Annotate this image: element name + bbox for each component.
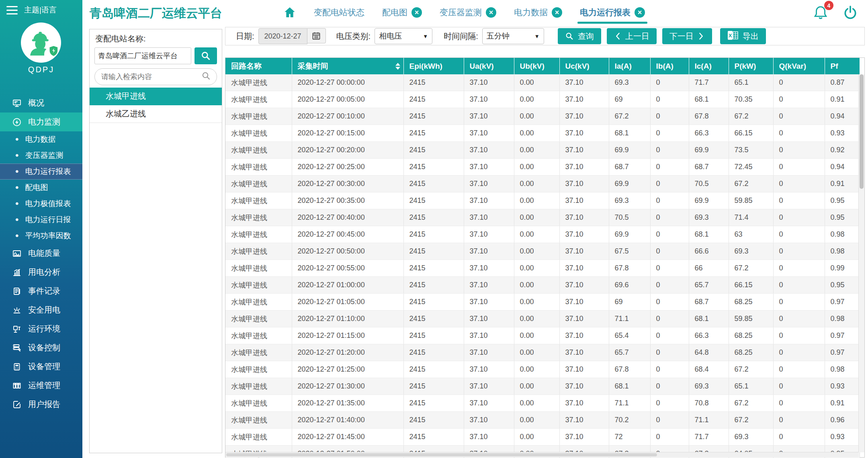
notification-bell-icon[interactable]: 4 <box>813 4 829 22</box>
column-header: Ic(A) <box>689 58 729 74</box>
voltage-type-label: 电压类别: <box>336 31 371 42</box>
table-row[interactable]: 水城甲进线2020-12-27 00:10:00241537.100.0037.… <box>225 108 860 125</box>
sidebar-item[interactable]: 设备管理 <box>0 357 82 376</box>
circuit-item[interactable]: 水城甲进线 <box>90 88 222 105</box>
query-button[interactable]: 查询 <box>558 28 601 44</box>
tab-close-icon[interactable]: × <box>411 7 422 18</box>
report-table: 回路名称采集时间Epi(kWh)Ua(kV)Ub(kV)Uc(kV)Ia(A)I… <box>225 58 860 458</box>
sidebar-item[interactable]: 运行环境 <box>0 319 82 338</box>
table-row[interactable]: 水城甲进线2020-12-27 00:15:00241537.100.0037.… <box>225 125 860 142</box>
sidebar-subitem-label: 电力运行日报 <box>25 215 71 225</box>
sidebar-item[interactable]: 事件记录 <box>0 282 82 301</box>
column-header[interactable]: 采集时间 <box>292 58 403 74</box>
sidebar-item[interactable]: 用电分析 <box>0 263 82 282</box>
sidebar-item[interactable]: 概况 <box>0 94 82 112</box>
table-row[interactable]: 水城甲进线2020-12-27 00:20:00241537.100.0037.… <box>225 142 860 159</box>
sidebar-subitem[interactable]: •电力数据 <box>0 131 82 147</box>
table-row[interactable]: 水城甲进线2020-12-27 00:25:00241537.100.0037.… <box>225 159 860 176</box>
tab-close-icon[interactable]: × <box>486 7 496 18</box>
bullet-icon: • <box>15 199 18 209</box>
sort-icon[interactable] <box>395 63 400 70</box>
home-icon[interactable] <box>283 6 296 19</box>
doc-icon <box>12 286 22 296</box>
table-row[interactable]: 水城甲进线2020-12-27 00:55:00241537.100.0037.… <box>225 260 860 277</box>
date-input[interactable] <box>258 28 307 44</box>
bullet-icon: • <box>15 183 18 192</box>
sidebar-item-label: 电力监测 <box>28 117 60 127</box>
user-code: QDPJ <box>0 65 82 74</box>
sidebar-subitem[interactable]: •电力极值报表 <box>0 196 82 212</box>
interval-select[interactable]: 五分钟▼ <box>482 28 544 44</box>
chevron-down-icon: ▼ <box>423 33 428 39</box>
sidebar-subitem[interactable]: •平均功率因数 <box>0 228 82 244</box>
tab[interactable]: 变配电站状态 <box>314 0 364 25</box>
export-button[interactable]: X 导出 <box>720 28 766 44</box>
table-row[interactable]: 水城甲进线2020-12-27 01:40:00241537.100.0037.… <box>225 412 860 429</box>
sidebar-item[interactable]: 设备控制 <box>0 338 82 357</box>
circuit-item[interactable]: 水城乙进线 <box>90 105 222 123</box>
table-row[interactable]: 水城甲进线2020-12-27 01:45:00241537.100.0037.… <box>225 429 860 446</box>
sidebar-item[interactable]: 电能质量 <box>0 244 82 263</box>
tab[interactable]: 配电图× <box>382 0 422 25</box>
table-row[interactable]: 水城甲进线2020-12-27 00:05:00241537.100.0037.… <box>225 91 860 108</box>
wave-icon <box>12 249 22 258</box>
table-row[interactable]: 水城甲进线2020-12-27 00:45:00241537.100.0037.… <box>225 226 860 243</box>
sidebar-item[interactable]: 安全用电 <box>0 301 82 319</box>
sidebar-subitem[interactable]: •电力运行日报 <box>0 212 82 228</box>
sidebar-item[interactable]: 运维管理 <box>0 376 82 395</box>
sidebar-subitem[interactable]: •电力运行报表 <box>0 164 82 180</box>
sidebar-item[interactable]: 用户报告 <box>0 395 82 414</box>
table-row[interactable]: 水城甲进线2020-12-27 01:00:00241537.100.0037.… <box>225 277 860 294</box>
column-header: Epi(kWh) <box>403 58 464 74</box>
table-row[interactable]: 水城甲进线2020-12-27 01:30:00241537.100.0037.… <box>225 378 860 395</box>
next-day-button[interactable]: 下一日 <box>662 28 712 44</box>
avatar <box>21 22 61 63</box>
bullet-icon: • <box>15 135 18 144</box>
tab[interactable]: 电力数据× <box>514 0 562 25</box>
tab[interactable]: 电力运行报表× <box>580 0 645 25</box>
power-icon[interactable] <box>842 4 858 22</box>
sidebar-item-label: 设备控制 <box>28 342 60 353</box>
circuit-search-input[interactable] <box>100 72 198 82</box>
tab-close-icon[interactable]: × <box>552 7 562 18</box>
table-header-row: 回路名称采集时间Epi(kWh)Ua(kV)Ub(kV)Uc(kV)Ia(A)I… <box>225 58 860 74</box>
table-row[interactable]: 水城甲进线2020-12-27 00:35:00241537.100.0037.… <box>225 192 860 209</box>
table-row[interactable]: 水城甲进线2020-12-27 01:20:00241537.100.0037.… <box>225 344 860 361</box>
table-row[interactable]: 水城甲进线2020-12-27 01:25:00241537.100.0037.… <box>225 361 860 378</box>
table-row[interactable]: 水城甲进线2020-12-27 00:40:00241537.100.0037.… <box>225 209 860 226</box>
sidebar-subitem[interactable]: •配电图 <box>0 180 82 196</box>
horizontal-scrollbar[interactable] <box>225 452 859 457</box>
sidebar-subitem-label: 平均功率因数 <box>25 231 71 241</box>
sidebar-item[interactable]: 电力监测 <box>0 112 82 131</box>
sidebar-item-label: 用电分析 <box>28 267 60 278</box>
notification-badge: 4 <box>824 1 833 10</box>
tab-bar: 变配电站状态配电图×变压器监测×电力数据×电力运行报表× <box>283 0 645 25</box>
table-row[interactable]: 水城甲进线2020-12-27 01:35:00241537.100.0037.… <box>225 395 860 412</box>
column-header: Ib(A) <box>650 58 689 74</box>
theme-language-link[interactable]: 主题|语言 <box>24 5 57 15</box>
table-row[interactable]: 水城甲进线2020-12-27 01:10:00241537.100.0037.… <box>225 311 860 327</box>
circuit-search-box <box>94 68 217 85</box>
table-row[interactable]: 水城甲进线2020-12-27 00:30:00241537.100.0037.… <box>225 176 860 192</box>
horizontal-scrollbar-thumb[interactable] <box>226 453 657 456</box>
table-row[interactable]: 水城甲进线2020-12-27 00:50:00241537.100.0037.… <box>225 243 860 260</box>
tab[interactable]: 变压器监测× <box>440 0 496 25</box>
station-search-button[interactable] <box>194 47 217 64</box>
report-icon <box>12 400 22 409</box>
tab-label: 变压器监测 <box>440 7 482 18</box>
hamburger-menu-icon[interactable] <box>6 6 18 14</box>
bullet-icon: • <box>15 167 18 176</box>
sidebar-subitem[interactable]: •变压器监测 <box>0 147 82 164</box>
prev-day-button[interactable]: 上一日 <box>607 28 657 44</box>
tab-close-icon[interactable]: × <box>635 7 645 18</box>
sidebar-subitem-label: 电力数据 <box>25 134 55 145</box>
table-row[interactable]: 水城甲进线2020-12-27 00:00:00241537.100.0037.… <box>225 74 860 91</box>
table-row[interactable]: 水城甲进线2020-12-27 01:15:00241537.100.0037.… <box>225 327 860 344</box>
vertical-scrollbar-thumb[interactable] <box>860 74 864 189</box>
calendar-icon[interactable] <box>307 28 326 43</box>
voltage-type-select[interactable]: 相电压▼ <box>375 28 432 44</box>
vertical-scrollbar[interactable] <box>858 74 864 452</box>
station-name-input[interactable] <box>94 47 191 64</box>
sidebar-subitem-label: 变压器监测 <box>25 150 63 161</box>
table-row[interactable]: 水城甲进线2020-12-27 01:05:00241537.100.0037.… <box>225 294 860 311</box>
